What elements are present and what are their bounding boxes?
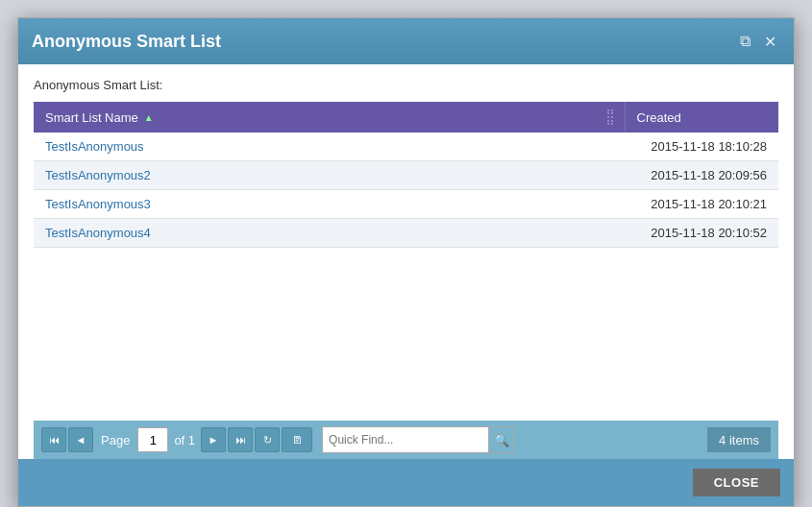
table-header-row: Smart List Name ▲ Created (34, 102, 778, 133)
quick-find-button[interactable]: 🔍 (488, 427, 513, 452)
page-label: Page (95, 433, 135, 447)
modal-body: Anonymous Smart List: Smart List Name ▲ … (18, 64, 794, 459)
table-row: TestIsAnonymous22015-11-18 20:09:56 (34, 161, 778, 190)
page-of-label: of 1 (170, 433, 199, 447)
header-icons: ⧉ ✕ (736, 31, 780, 53)
items-count: 4 items (707, 427, 771, 452)
refresh-button[interactable]: ↻ (255, 427, 280, 452)
col-header-name: Smart List Name ▲ (34, 102, 625, 133)
smart-list-table: Smart List Name ▲ Created TestIsAnonymou… (34, 102, 778, 248)
smart-list-link[interactable]: TestIsAnonymous (45, 139, 144, 154)
table-row: TestIsAnonymous32015-11-18 20:10:21 (34, 190, 778, 219)
cell-created: 2015-11-18 18:10:28 (625, 133, 778, 161)
table-body: TestIsAnonymous2015-11-18 18:10:28TestIs… (34, 133, 778, 248)
modal-dialog: Anonymous Smart List ⧉ ✕ Anonymous Smart… (17, 17, 795, 507)
modal-footer: CLOSE (18, 459, 794, 506)
cell-created: 2015-11-18 20:10:52 (625, 219, 778, 248)
last-page-button[interactable]: ⏭ (228, 427, 253, 452)
col-header-created: Created (625, 102, 778, 133)
cell-name: TestIsAnonymous3 (34, 190, 625, 219)
quick-find-input[interactable] (323, 429, 488, 450)
cell-created: 2015-11-18 20:09:56 (625, 161, 778, 190)
cell-created: 2015-11-18 20:10:21 (625, 190, 778, 219)
col-resize-handle[interactable] (607, 109, 613, 125)
table-row: TestIsAnonymous2015-11-18 18:10:28 (34, 133, 778, 161)
section-label: Anonymous Smart List: (34, 78, 778, 92)
sort-asc-icon: ▲ (144, 112, 154, 123)
smart-list-link[interactable]: TestIsAnonymous2 (45, 168, 151, 182)
modal-close-button[interactable]: ✕ (760, 31, 780, 53)
pagination-bar: ⏮ ◄ Page of 1 ► ⏭ ↻ 🖹 🔍 4 items (34, 421, 778, 459)
smart-list-link[interactable]: TestIsAnonymous3 (45, 197, 151, 211)
cell-name: TestIsAnonymous4 (34, 219, 625, 248)
close-button[interactable]: CLOSE (693, 469, 780, 496)
modal-title: Anonymous Smart List (32, 32, 221, 52)
next-page-button[interactable]: ► (201, 427, 226, 452)
page-number-input[interactable] (137, 427, 168, 452)
quick-find-container: 🔍 (322, 426, 514, 453)
export-button[interactable]: 🖹 (282, 427, 312, 452)
prev-page-button[interactable]: ◄ (68, 427, 93, 452)
first-page-button[interactable]: ⏮ (41, 427, 66, 452)
cell-name: TestIsAnonymous (34, 133, 625, 161)
smart-list-link[interactable]: TestIsAnonymous4 (45, 226, 151, 240)
table-row: TestIsAnonymous42015-11-18 20:10:52 (34, 219, 778, 248)
modal-header: Anonymous Smart List ⧉ ✕ (18, 18, 794, 64)
restore-button[interactable]: ⧉ (736, 31, 754, 52)
cell-name: TestIsAnonymous2 (34, 161, 625, 190)
